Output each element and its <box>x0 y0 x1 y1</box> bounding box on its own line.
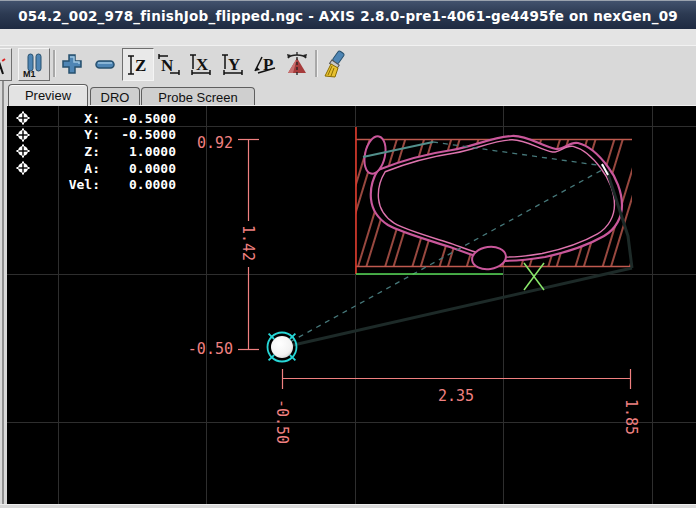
backplot-preview[interactable]: 0.92 -0.50 1.42 2.35 -0.50 1.85 X: -0.50… <box>7 105 696 505</box>
window-title: 054.2_002_978_finishJob_flipped.ngc - AX… <box>18 8 678 24</box>
homed-icon <box>16 161 30 175</box>
zoom-in-button[interactable] <box>57 48 87 79</box>
toolbar-separator <box>53 50 56 77</box>
tab-probe-screen[interactable]: Probe Screen <box>141 87 255 106</box>
homed-icon <box>16 111 30 125</box>
toggle-skip-lines-button[interactable] <box>0 48 12 81</box>
dro-row-y: Y: -0.5000 <box>16 127 176 144</box>
homed-icon <box>16 128 30 142</box>
zoom-out-button[interactable] <box>90 48 120 79</box>
clear-plot-button[interactable] <box>320 48 350 79</box>
view-side-x-icon: X <box>188 51 214 77</box>
view-top-z-icon: Z <box>125 52 151 78</box>
view-perspective-icon: P <box>252 51 278 77</box>
dro-row-x: X: -0.5000 <box>16 110 176 127</box>
rotate-view-icon <box>283 50 311 78</box>
dim-x-right-label: 1.85 <box>622 399 640 435</box>
zoom-in-icon <box>59 51 85 77</box>
tool-marker <box>268 333 297 362</box>
tab-dro[interactable]: DRO <box>90 87 140 106</box>
tab-preview[interactable]: Preview <box>8 84 88 106</box>
clear-plot-icon <box>321 50 349 78</box>
toolbar-separator <box>315 50 318 77</box>
dim-y-bottom-label: -0.50 <box>188 340 233 358</box>
dim-y-top-label: 0.92 <box>197 134 233 152</box>
optional-pause-icon: M1 <box>21 52 47 78</box>
dro-readout: X: -0.5000 Y: -0.5000 Z: 1.0000 A: 0.000… <box>16 110 176 193</box>
view-front-y-button[interactable]: Y <box>218 48 248 79</box>
optional-pause-button[interactable]: M1 <box>18 48 50 81</box>
dro-row-vel: Vel: 0.0000 <box>16 176 176 193</box>
zoom-out-icon <box>92 51 118 77</box>
dro-row-z: Z: 1.0000 <box>16 143 176 160</box>
homed-icon-placeholder <box>16 178 30 192</box>
dim-x-left-label: -0.50 <box>273 399 291 444</box>
dro-row-a: A: 0.0000 <box>16 160 176 177</box>
svg-text:X: X <box>196 55 209 74</box>
dim-x-span-label: 2.35 <box>438 387 474 405</box>
rotate-view-button[interactable] <box>282 48 312 79</box>
view-top-z-rotated-button[interactable]: N <box>154 48 184 79</box>
svg-text:M1: M1 <box>23 69 36 78</box>
title-bar: 054.2_002_978_finishJob_flipped.ngc - AX… <box>0 0 696 30</box>
svg-text:N: N <box>161 56 174 75</box>
view-top-z-button[interactable]: Z <box>122 48 154 81</box>
window-bottom-edge <box>0 504 696 508</box>
window-left-edge <box>0 81 7 508</box>
toolbar: M1 Z N <box>0 45 696 83</box>
svg-text:P: P <box>263 55 273 74</box>
dim-y-span-label: 1.42 <box>239 225 257 261</box>
view-top-z-rotated-icon: N <box>156 51 182 77</box>
view-front-y-icon: Y <box>220 51 246 77</box>
svg-text:Z: Z <box>135 56 146 75</box>
tab-bar: Preview DRO Probe Screen <box>0 82 696 105</box>
view-perspective-button[interactable]: P <box>250 48 280 79</box>
skip-lines-icon <box>0 53 7 77</box>
svg-text:Y: Y <box>228 55 240 74</box>
view-side-x-button[interactable]: X <box>186 48 216 79</box>
homed-icon <box>16 144 30 158</box>
menu-strip <box>0 29 696 45</box>
